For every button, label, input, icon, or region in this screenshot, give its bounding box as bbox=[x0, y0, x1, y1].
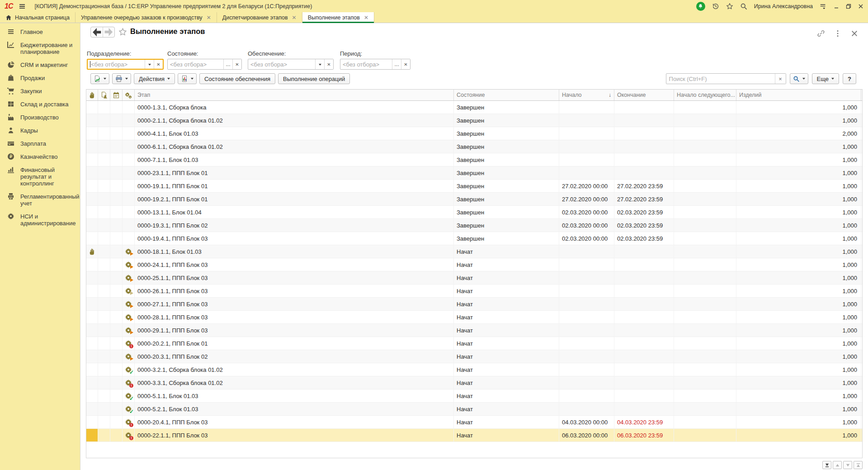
column-header-8[interactable]: Начало следующего...↓ bbox=[674, 90, 736, 100]
table-row[interactable]: 0000-7.1.1, Блок 01.03Завершен1,000 bbox=[86, 153, 862, 166]
go-to-end-button[interactable] bbox=[822, 461, 831, 469]
tab-home[interactable]: Начальная страница bbox=[0, 12, 75, 23]
column-header-7[interactable]: Окончание bbox=[614, 90, 674, 100]
table-row[interactable]: ✓0000-5.1.1, Блок 01.03Начат1,000 bbox=[86, 389, 862, 403]
column-header-hand[interactable] bbox=[86, 90, 98, 100]
find-button[interactable] bbox=[790, 73, 808, 84]
back-button[interactable] bbox=[91, 27, 103, 37]
tab-1[interactable]: Управление очередью заказов к производст… bbox=[75, 12, 217, 23]
table-row[interactable]: 0000-19.1.1, ППП Блок 01Завершен27.02.20… bbox=[86, 180, 862, 193]
table-row[interactable]: 0000-24.1.1, ППП Блок 03Начат1,000 bbox=[86, 258, 862, 271]
sidebar-item-warehouse[interactable]: Склад и доставка bbox=[0, 98, 80, 111]
more-menu-icon[interactable] bbox=[834, 30, 841, 37]
supply-state-button[interactable]: Состояние обеспечения bbox=[199, 73, 275, 84]
get-link-icon[interactable] bbox=[817, 30, 825, 37]
clear-search-button[interactable]: × bbox=[775, 74, 786, 84]
filter-dropdown-button[interactable] bbox=[145, 60, 154, 69]
sidebar-item-bag[interactable]: Продажи bbox=[0, 71, 80, 85]
table-row[interactable]: 0000-23.1.1, ППП Блок 01Завершен1,000 bbox=[86, 166, 862, 180]
notifications-bell-icon[interactable] bbox=[696, 2, 705, 11]
close-tab-icon[interactable]: ✕ bbox=[364, 14, 368, 21]
table-row[interactable]: ✓0000-3.2.1, Сборка блока 01.02Начат1,00… bbox=[86, 363, 862, 376]
filter-clear-button[interactable]: ✕ bbox=[324, 59, 333, 69]
global-search-icon[interactable] bbox=[740, 3, 747, 10]
sidebar-item-gear[interactable]: НСИ и администрирование bbox=[0, 210, 80, 230]
table-row[interactable]: 0000-26.1.1, ППП Блок 03Начат1,000 bbox=[86, 285, 862, 298]
filter-input[interactable]: <без отбора>...✕ bbox=[340, 59, 410, 70]
table-row[interactable]: 0000-13.1.1, Блок 01.04Завершен02.03.202… bbox=[86, 206, 862, 219]
help-button[interactable]: ? bbox=[843, 73, 856, 84]
column-header-6[interactable]: Начало↓ bbox=[559, 90, 614, 100]
sidebar-item-menu[interactable]: Главное bbox=[0, 25, 80, 38]
sidebar-item-factory[interactable]: Производство bbox=[0, 111, 80, 124]
page-up-button[interactable] bbox=[833, 461, 842, 469]
main-menu-icon[interactable] bbox=[19, 3, 26, 10]
minimize-button[interactable] bbox=[834, 4, 839, 9]
filter-input[interactable]: <без отбора>✕ bbox=[248, 59, 334, 70]
more-button[interactable]: Еще bbox=[812, 73, 839, 84]
table-row[interactable]: 0000-19.4.1, ППП Блок 03Завершен02.03.20… bbox=[86, 232, 862, 245]
table-row[interactable]: 0000-19.2.1, ППП Блок 01Завершен27.02.20… bbox=[86, 193, 862, 206]
service-menu-icon[interactable] bbox=[820, 3, 827, 10]
actions-button[interactable]: Действия bbox=[134, 73, 175, 84]
table-row[interactable]: !0000-20.4.1, ППП Блок 03Начат04.03.2020… bbox=[86, 416, 862, 429]
tab-2[interactable]: Диспетчирование этапов✕ bbox=[217, 12, 302, 23]
sidebar-item-pie[interactable]: CRM и маркетинг bbox=[0, 58, 80, 71]
add-to-favorites-icon[interactable] bbox=[118, 28, 127, 36]
page-down-button[interactable] bbox=[843, 461, 852, 469]
current-user[interactable]: Ирина Александровна bbox=[754, 3, 813, 9]
history-icon[interactable] bbox=[712, 3, 719, 10]
column-header-gears[interactable] bbox=[123, 90, 135, 100]
table-row[interactable]: !0000-20.2.1, ППП Блок 01Начат1,000 bbox=[86, 337, 862, 350]
close-form-icon[interactable] bbox=[851, 30, 858, 37]
table-row[interactable]: 0000-18.1.1, Блок 01.03Начат1,000 bbox=[86, 245, 862, 258]
sidebar-item-bars[interactable]: Финансовый результат и контроллинг bbox=[0, 163, 80, 190]
sidebar-item-planning[interactable]: Бюджетирование и планирование bbox=[0, 38, 80, 58]
table-row[interactable]: !0000-3.3.1, Сборка блока 01.02Начат1,00… bbox=[86, 376, 862, 389]
operations-button[interactable]: Выполнение операций bbox=[278, 73, 350, 84]
table-row[interactable]: 0000-28.1.1, ППП Блок 03Начат1,000 bbox=[86, 311, 862, 324]
go-to-start-button[interactable] bbox=[854, 461, 863, 469]
filter-input[interactable]: <без отбора>...✕ bbox=[167, 59, 242, 70]
sidebar-item-card[interactable]: Зарплата bbox=[0, 137, 80, 150]
column-header-doc-person[interactable] bbox=[98, 90, 110, 100]
favorites-star-icon[interactable] bbox=[726, 3, 733, 10]
sidebar-item-ledger[interactable]: Регламентированный учет bbox=[0, 190, 80, 210]
table-row[interactable]: 0000-25.1.1, ППП Блок 03Начат1,000 bbox=[86, 271, 862, 285]
filter-clear-button[interactable]: ✕ bbox=[401, 59, 410, 69]
table-row[interactable]: 0000-27.1.1, ППП Блок 03Начат1,000 bbox=[86, 298, 862, 311]
column-header-calendar[interactable] bbox=[110, 90, 123, 100]
table-row[interactable]: 0000-20.3.1, ППП Блок 02Начат1,000 bbox=[86, 350, 862, 363]
table-row[interactable]: 0000-6.1.1, Сборка блока 01.02Завершен1,… bbox=[86, 140, 862, 153]
table-row[interactable]: 0000-4.1.1, Блок 01.03Завершен2,000 bbox=[86, 127, 862, 140]
search-input[interactable] bbox=[666, 74, 775, 84]
close-window-button[interactable] bbox=[858, 4, 863, 9]
filter-clear-button[interactable]: ✕ bbox=[232, 59, 241, 69]
filter-input[interactable]: <без отбора>✕ bbox=[87, 59, 164, 70]
table-row[interactable]: 0000-2.1.1, Сборка блока 01.02Завершен1,… bbox=[86, 114, 862, 127]
table-row[interactable]: 0000-19.3.1, ППП Блок 02Завершен02.03.20… bbox=[86, 219, 862, 232]
post-document-button[interactable] bbox=[90, 73, 109, 84]
sidebar-item-cart[interactable]: Закупки bbox=[0, 85, 80, 98]
sidebar-item-person[interactable]: Кадры bbox=[0, 124, 80, 137]
tab-3[interactable]: Выполнение этапов✕ bbox=[302, 12, 374, 23]
filter-picker-button[interactable]: ... bbox=[223, 59, 232, 69]
table-row[interactable]: ✓0000-5.2.1, Блок 01.03Начат1,000 bbox=[86, 403, 862, 416]
forward-button[interactable] bbox=[103, 27, 114, 37]
print-button[interactable] bbox=[112, 73, 131, 84]
report-button[interactable] bbox=[178, 73, 197, 84]
filter-picker-button[interactable]: ... bbox=[392, 59, 401, 69]
cell-qty: 1,000 bbox=[736, 298, 861, 310]
column-header-4[interactable]: Этап bbox=[135, 90, 454, 100]
table-row[interactable]: 0000-1.3.1, Сборка блокаЗавершен1,000 bbox=[86, 101, 862, 114]
maximize-button[interactable] bbox=[846, 4, 851, 9]
filter-clear-button[interactable]: ✕ bbox=[154, 60, 163, 69]
close-tab-icon[interactable]: ✕ bbox=[292, 14, 297, 21]
filter-dropdown-button[interactable] bbox=[315, 59, 324, 69]
table-row[interactable]: 0000-29.1.1, ППП Блок 03Начат1,000 bbox=[86, 324, 862, 337]
table-row[interactable]: !0000-22.1.1, ППП Блок 03Начат06.03.2020… bbox=[86, 429, 862, 442]
column-header-9[interactable]: Изделий bbox=[736, 90, 861, 100]
column-header-5[interactable]: Состояние bbox=[454, 90, 559, 100]
close-tab-icon[interactable]: ✕ bbox=[207, 14, 211, 21]
sidebar-item-coin[interactable]: ₽Казначейство bbox=[0, 150, 80, 163]
